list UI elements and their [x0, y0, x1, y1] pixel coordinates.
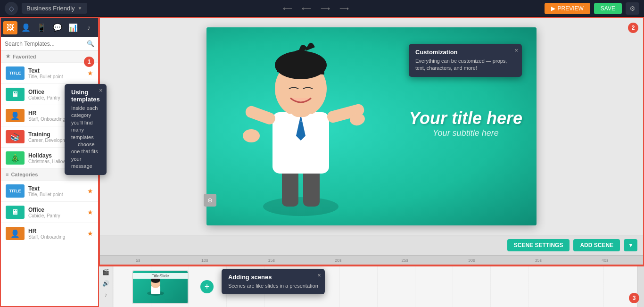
- ruler-mark-5s: 5s: [105, 258, 172, 263]
- timeline-ruler: 5s 10s 15s 20s 25s 30s 35s 40s: [100, 255, 643, 265]
- sidebar-item-text-cat-info: Text Title, Bullet point: [28, 185, 83, 197]
- settings-button[interactable]: ⚙: [626, 2, 639, 15]
- sidebar-item-office-cat-info: Office Cubicle, Pantry: [28, 207, 83, 218]
- sidebar-item-text-category[interactable]: TITLE Text Title, Bullet point ★: [1, 181, 98, 202]
- tooltip3-title: Adding scenes: [228, 274, 318, 281]
- sidebar-tab-characters[interactable]: 👤: [18, 21, 33, 34]
- tooltip3-text: Scenes are like slides in a presentation: [228, 282, 318, 290]
- sidebar-tab-devices[interactable]: 📱: [34, 21, 49, 34]
- zoom-button[interactable]: ⊕: [204, 194, 216, 207]
- save-button[interactable]: SAVE: [594, 3, 622, 14]
- add-scene-button[interactable]: ADD SCENE: [573, 239, 620, 251]
- categories-label: Categories: [11, 172, 38, 177]
- app-logo: ◇: [5, 2, 18, 15]
- sidebar-item-hr-cat-info: HR Staff, Onboarding: [28, 228, 83, 240]
- canvas-main-title: Your title here: [409, 108, 522, 128]
- thumb-text-label: TITLE: [9, 71, 21, 75]
- thumb-hr-icon: 👤: [10, 111, 20, 120]
- add-scene-dropdown-button[interactable]: ▼: [624, 239, 637, 251]
- thumb-training-bg: 📚: [6, 130, 25, 143]
- sidebar-item-text-cat-name: Text: [28, 185, 83, 192]
- add-scene-arrow-icon: ▼: [628, 242, 634, 249]
- canvas-sub-title: Your subtitle here: [409, 128, 522, 138]
- sidebar-item-office-cat-sub: Cubicle, Pantry: [28, 213, 83, 218]
- thumb-text-bg: TITLE: [6, 66, 25, 80]
- undo2-icon[interactable]: ⟵: [300, 3, 313, 14]
- step2-badge: 2: [628, 23, 638, 33]
- search-icon[interactable]: 🔍: [87, 40, 94, 47]
- timeline-scene-thumb[interactable]: TitleSlide: [132, 270, 189, 304]
- svg-rect-5: [244, 104, 277, 126]
- tooltip2-title: Customization: [415, 49, 515, 56]
- timeline-add-scene-button[interactable]: +: [200, 280, 214, 293]
- logo-icon: ◇: [9, 5, 14, 12]
- ruler-mark-40s: 40s: [572, 258, 639, 263]
- thumb-hr-cat-icon: 👤: [10, 229, 20, 238]
- step3-badge: 3: [629, 293, 639, 303]
- cat-star-office[interactable]: ★: [87, 208, 93, 216]
- star-icon: ★: [6, 53, 10, 59]
- top-bar: ◇ Business Friendly ▼ ⟵ ⟵ ⟶ ⟶ ▶ PREVIEW …: [0, 0, 644, 17]
- sidebar-item-office-cat-name: Office: [28, 207, 83, 213]
- sidebar-item-text-sub: Title, Bullet point: [28, 74, 83, 79]
- redo2-icon[interactable]: ⟶: [338, 3, 351, 14]
- tooltip1-close-icon[interactable]: ×: [99, 87, 103, 94]
- ruler-mark-25s: 25s: [372, 258, 438, 263]
- thumb-office-cat-bg: 🖥: [6, 206, 25, 219]
- thumb-office-bg: 🖥: [6, 88, 25, 101]
- sidebar-tabs: 🖼 👤 📱 💬 📊 ♪: [1, 18, 98, 37]
- top-bar-center: ⟵ ⟵ ⟶ ⟶: [281, 3, 351, 14]
- timeline-main: TitleSlide + × Adding scenes Scenes are …: [113, 266, 637, 307]
- sidebar-item-hr-cat-sub: Staff, Onboarding: [28, 234, 83, 240]
- play-icon: ▶: [551, 5, 555, 12]
- thumb-text-cat-bg: TITLE: [6, 184, 25, 198]
- scene-settings-button[interactable]: SCENE SETTINGS: [507, 239, 570, 251]
- canvas-area: 2: [99, 17, 644, 266]
- ruler-mark-15s: 15s: [238, 258, 305, 263]
- top-bar-left: ◇ Business Friendly ▼: [5, 2, 87, 15]
- tooltip-customization: × Customization Everything can be custom…: [409, 44, 522, 77]
- cat-star-hr[interactable]: ★: [87, 230, 93, 237]
- character-area: [230, 27, 372, 225]
- sidebar-search-bar: 🔍: [1, 37, 98, 50]
- timeline-area: 3 🎬 🔊 ♪ TitleSli: [99, 266, 644, 307]
- undo-icon[interactable]: ⟵: [281, 3, 294, 14]
- thumb-office-cat: 🖥: [6, 206, 25, 219]
- sidebar-item-text-favorited[interactable]: TITLE Text Title, Bullet point ★: [1, 63, 98, 84]
- ruler-marks: 5s 10s 15s 20s 25s 30s 35s 40s: [105, 258, 638, 263]
- sidebar-tab-music[interactable]: ♪: [82, 21, 96, 34]
- timeline-scene-label: TitleSlide: [133, 273, 188, 279]
- thumb-office: 🖥: [6, 88, 25, 101]
- sidebar-item-text-cat-sub: Title, Bullet point: [28, 192, 83, 197]
- sidebar-item-text-info: Text Title, Bullet point: [28, 67, 83, 79]
- thumb-office-icon: 🖥: [11, 90, 19, 99]
- thumb-holidays: 🎄: [6, 151, 25, 165]
- sidebar-item-text-name: Text: [28, 67, 83, 74]
- settings-icon: ⚙: [629, 5, 636, 12]
- tooltip3-close-icon[interactable]: ×: [317, 272, 321, 279]
- timeline-grid: [113, 266, 637, 307]
- step1-badge: 1: [84, 57, 94, 67]
- timeline-music-icon: ♪: [105, 291, 107, 298]
- timeline-audio-icon: 🔊: [102, 280, 109, 287]
- search-input[interactable]: [5, 41, 87, 47]
- tooltip2-text: Everything can be customized — props, te…: [415, 58, 515, 72]
- sidebar-item-hr-category[interactable]: 👤 HR Staff, Onboarding ★: [1, 223, 98, 244]
- center-area: 2: [99, 17, 644, 307]
- redo-icon[interactable]: ⟶: [319, 3, 332, 14]
- sidebar-item-office-category[interactable]: 🖥 Office Cubicle, Pantry ★: [1, 202, 98, 223]
- favorite-star-text[interactable]: ★: [87, 69, 93, 77]
- timeline-video-icon: 🎬: [102, 269, 109, 275]
- tooltip2-close-icon[interactable]: ×: [514, 47, 518, 54]
- thumb-hr-bg: 👤: [6, 109, 25, 122]
- sidebar-tab-charts[interactable]: 📊: [66, 21, 80, 34]
- tooltip1-title: Using templates: [71, 89, 100, 103]
- thumb-office-cat-icon: 🖥: [11, 208, 19, 216]
- sidebar-tab-speech[interactable]: 💬: [50, 21, 65, 34]
- cat-star-text[interactable]: ★: [87, 187, 93, 195]
- preview-label: PREVIEW: [558, 5, 584, 12]
- brand-selector[interactable]: Business Friendly ▼: [22, 3, 87, 14]
- thumb-training: 📚: [6, 130, 25, 143]
- preview-button[interactable]: ▶ PREVIEW: [545, 3, 590, 14]
- sidebar-tab-images[interactable]: 🖼: [3, 21, 17, 34]
